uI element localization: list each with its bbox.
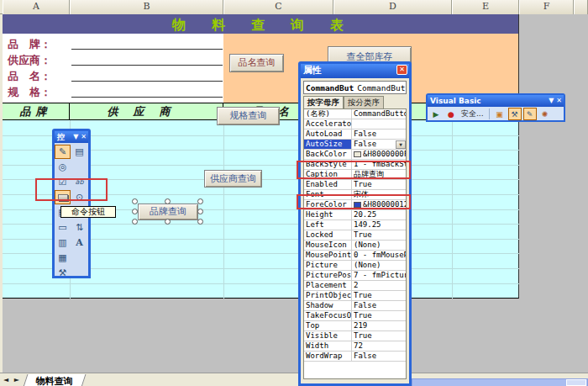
horizontal-scrollbar[interactable]	[412, 378, 588, 386]
selection-handle[interactable]	[132, 219, 138, 225]
property-value[interactable]: 219	[352, 321, 406, 330]
property-value[interactable]: False▼	[352, 140, 406, 149]
selection-handle[interactable]	[165, 198, 171, 204]
property-row-PrintObject[interactable]: PrintObjectTrue	[304, 291, 406, 301]
selection-handle[interactable]	[197, 219, 203, 225]
spin-button-icon[interactable]: ⇅	[71, 220, 87, 235]
form-field-underline[interactable]	[71, 97, 223, 98]
property-row-MousePointer[interactable]: MousePointer0 - fmMouseP	[304, 251, 406, 261]
property-row-Shadow[interactable]: ShadowFalse	[304, 301, 406, 311]
property-row-Left[interactable]: Left149.25	[304, 220, 406, 230]
property-row-AutoLoad[interactable]: AutoLoadFalse	[304, 130, 406, 140]
property-value[interactable]: True	[352, 230, 406, 240]
property-value[interactable]: True	[352, 331, 406, 341]
property-row-TakeFocusOnCl[interactable]: TakeFocusOnClTrue	[304, 311, 406, 321]
checkbox-icon[interactable]: ☑	[55, 175, 71, 189]
column-header-F[interactable]: F	[519, 0, 574, 14]
selection-handle[interactable]	[197, 209, 203, 214]
vb-toolbar-close-icon[interactable]: ✕	[556, 96, 562, 106]
column-header-partial[interactable]	[574, 0, 588, 14]
column-header-A[interactable]: A	[3, 0, 70, 14]
property-value[interactable]: 品牌查询	[352, 170, 406, 179]
property-value[interactable]: CommandButto	[352, 109, 406, 119]
pinpai-query-button-selected[interactable]: 品牌查询	[138, 204, 198, 220]
option-button-icon[interactable]: ⊙	[71, 190, 87, 204]
property-value[interactable]: False	[352, 352, 406, 361]
property-row-BackStyle[interactable]: BackStyle1 - fmBackSt	[304, 160, 406, 170]
property-row-Visible[interactable]: VisibleTrue	[304, 331, 406, 341]
property-row-Caption[interactable]: Caption品牌查询	[304, 170, 406, 180]
property-row-ForeColor[interactable]: ForeColor&H80000012&	[304, 200, 406, 210]
control-toolbox-icon[interactable]: ⚒	[508, 108, 522, 120]
properties-titlebar[interactable]: 属性 ✕	[301, 64, 409, 78]
property-value[interactable]: (None)	[352, 241, 406, 250]
property-value[interactable]: (None)	[352, 261, 406, 270]
pinming-query-button[interactable]: 品名查询	[229, 54, 284, 72]
scrollbar-icon[interactable]: ▥	[55, 235, 71, 250]
property-row-Top[interactable]: Top219	[304, 321, 406, 331]
toolbox-menu-chevron-icon[interactable]: ▼	[73, 132, 78, 142]
column-header-C[interactable]: C	[223, 0, 333, 14]
image-icon[interactable]: ▦	[55, 251, 71, 265]
security-button[interactable]: 安全...	[459, 108, 486, 120]
more-controls-icon[interactable]: ⚒	[55, 266, 71, 280]
property-row-PicturePositi[interactable]: PicturePositi7 - fmPictur	[304, 271, 406, 281]
column-header-D[interactable]: D	[333, 0, 452, 14]
label-icon[interactable]: A	[71, 235, 87, 250]
property-value[interactable]: &H80000012&	[352, 200, 406, 209]
property-row-WordWrap[interactable]: WordWrapFalse	[304, 352, 406, 362]
selection-handle[interactable]	[165, 219, 171, 225]
property-value[interactable]: 7 - fmPictur	[352, 271, 406, 280]
property-row-Locked[interactable]: LockedTrue	[304, 230, 406, 241]
property-value[interactable]: True	[352, 311, 406, 320]
gongyingshang-query-button[interactable]: 供应商查询	[204, 170, 262, 188]
property-value[interactable]: True	[352, 180, 406, 189]
selection-handle[interactable]	[132, 209, 138, 214]
property-row-AutoSize[interactable]: AutoSizeFalse▼	[304, 140, 406, 150]
guige-query-button[interactable]: 规格查询	[217, 107, 280, 125]
scrollbar-thumb[interactable]	[566, 379, 586, 386]
value-dropdown-icon[interactable]: ▼	[396, 140, 406, 149]
record-macro-icon[interactable]: ●	[444, 108, 458, 120]
property-row-Height[interactable]: Height20.25	[304, 210, 406, 220]
property-value[interactable]: 2	[352, 281, 406, 290]
tab-alphabetic[interactable]: 按字母序	[303, 96, 344, 108]
view-code-icon[interactable]: ◎	[55, 160, 71, 174]
tab-scroll-arrows[interactable]: ◄ ►	[3, 376, 21, 383]
property-value[interactable]: 72	[352, 341, 406, 351]
column-header-B[interactable]: B	[70, 0, 223, 14]
selection-handle[interactable]	[132, 198, 138, 204]
property-value[interactable]: 0 - fmMouseP	[352, 251, 406, 260]
tab-categorized[interactable]: 按分类序	[344, 96, 384, 108]
command-button-icon[interactable]	[55, 190, 71, 204]
properties-icon[interactable]: ▤	[71, 145, 87, 159]
property-row-Enabled[interactable]: EnabledTrue	[304, 180, 406, 190]
sheet-tab[interactable]: 物料查询	[24, 374, 87, 386]
property-row-BackColor[interactable]: BackColor&H8000000F&	[304, 150, 406, 160]
selection-handle[interactable]	[197, 198, 203, 204]
textbox-icon[interactable]: ab	[71, 175, 87, 189]
design-mode-icon[interactable]: ✎	[523, 108, 537, 120]
property-value[interactable]: False	[352, 130, 406, 139]
property-value[interactable]: 1 - fmBackSt	[352, 160, 406, 169]
property-value[interactable]: False	[352, 301, 406, 310]
property-value[interactable]: 20.25	[352, 210, 406, 219]
vb-toolbar-titlebar[interactable]: Visual Basic ▼ ✕	[428, 95, 564, 107]
object-selector-dropdown[interactable]: CommandBut CommandButt ▼	[303, 81, 407, 94]
property-value[interactable]: 149.25	[352, 220, 406, 230]
form-field-underline[interactable]	[71, 49, 223, 50]
property-value[interactable]	[352, 119, 406, 129]
property-row-Font[interactable]: Font宋体	[304, 190, 406, 200]
vbe-editor-icon[interactable]: ▣	[493, 108, 507, 120]
property-row-Width[interactable]: Width72	[304, 341, 406, 352]
property-value[interactable]: &H8000000F&	[352, 150, 406, 159]
property-row-MouseIcon[interactable]: MouseIcon(None)	[304, 241, 406, 251]
property-row-[interactable]: (名称)CommandButto	[304, 109, 406, 119]
toolbox-titlebar[interactable]: 控 ▼ ✕	[55, 131, 88, 143]
form-field-underline[interactable]	[71, 81, 223, 82]
toolbox-close-icon[interactable]: ✕	[81, 132, 87, 142]
property-row-Picture[interactable]: Picture(None)	[304, 261, 406, 271]
property-row-Accelerator[interactable]: Accelerator	[304, 119, 406, 130]
vb-toolbar-menu-chevron-icon[interactable]: ▼	[549, 96, 554, 106]
script-editor-icon[interactable]: ✺	[538, 108, 552, 120]
